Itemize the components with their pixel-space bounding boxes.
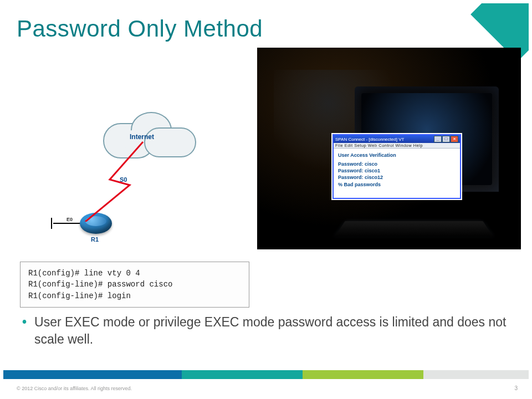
serial-link-icon bbox=[76, 139, 171, 222]
bullet-marker-icon: • bbox=[22, 314, 27, 348]
network-diagram: Internet S0 E0 R1 bbox=[37, 92, 247, 253]
cloud-label: Internet bbox=[130, 133, 154, 141]
router-label: R1 bbox=[91, 236, 99, 243]
terminal-title-text: SPAN Connect - [disconnected] VT bbox=[335, 137, 404, 142]
code-line: R1(config)# line vty 0 4 bbox=[28, 269, 140, 278]
config-code-block: R1(config)# line vty 0 4 R1(config-line)… bbox=[20, 262, 249, 308]
slide: Password Only Method Internet S0 E0 R1 S… bbox=[0, 0, 532, 399]
terminal-heading: User Access Verification bbox=[338, 152, 456, 158]
eth-link-icon bbox=[53, 223, 84, 224]
terminal-body: User Access Verification Password: cisco… bbox=[334, 149, 460, 198]
terminal-line: Password: cisco12 bbox=[338, 174, 456, 181]
terminal-line: % Bad passwords bbox=[338, 181, 456, 188]
page-number: 3 bbox=[514, 385, 518, 391]
maximize-icon[interactable]: □ bbox=[442, 136, 450, 142]
footer-stripe bbox=[3, 370, 529, 379]
terminal-title-bar: SPAN Connect - [disconnected] VT _□× bbox=[334, 135, 460, 143]
keyboard-icon bbox=[335, 221, 493, 237]
page-title: Password Only Method bbox=[17, 16, 263, 42]
bullet-text: User EXEC mode or privilege EXEC mode pa… bbox=[34, 314, 512, 348]
terminal-menu-bar[interactable]: File Edit Setup Web Control Window Help bbox=[334, 143, 460, 149]
code-line: R1(config-line)# password cisco bbox=[28, 280, 172, 289]
window-controls: _□× bbox=[433, 136, 458, 142]
eth-terminator-icon bbox=[51, 218, 52, 229]
terminal-line: Password: cisco1 bbox=[338, 167, 456, 174]
close-icon[interactable]: × bbox=[451, 136, 458, 142]
terminal-line: Password: cisco bbox=[338, 161, 456, 167]
terminal-window: SPAN Connect - [disconnected] VT _□× Fil… bbox=[332, 134, 461, 199]
copyright-text: © 2012 Cisco and/or its affiliates. All … bbox=[17, 386, 132, 391]
code-line: R1(config-line)# login bbox=[28, 291, 131, 300]
interface-label-e0: E0 bbox=[66, 217, 73, 222]
bullet-point: • User EXEC mode or privilege EXEC mode … bbox=[20, 314, 512, 348]
minimize-icon[interactable]: _ bbox=[434, 136, 442, 142]
hacker-photo: SPAN Connect - [disconnected] VT _□× Fil… bbox=[257, 48, 521, 249]
